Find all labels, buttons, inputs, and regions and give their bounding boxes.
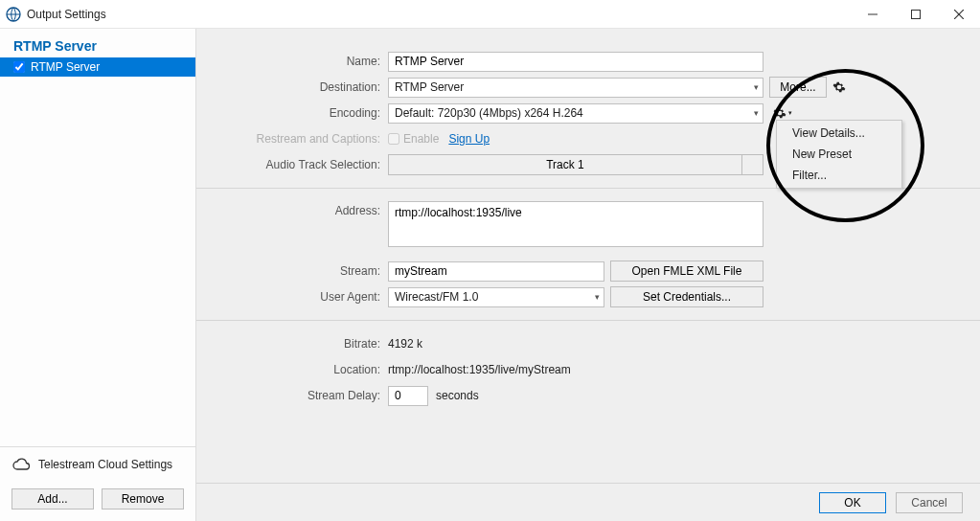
- dropdown-arrow-icon: ▾: [788, 109, 792, 117]
- cloud-settings-label: Telestream Cloud Settings: [38, 458, 172, 471]
- cloud-icon: [11, 458, 31, 471]
- row-name: Name:: [216, 51, 961, 72]
- row-address: Address:: [216, 201, 961, 247]
- more-button[interactable]: More...: [769, 77, 827, 98]
- cloud-settings-button[interactable]: Telestream Cloud Settings: [0, 446, 195, 481]
- location-value: rtmp://localhost:1935/live/myStream: [388, 363, 571, 376]
- cancel-button[interactable]: Cancel: [896, 492, 963, 513]
- title-bar: Output Settings: [0, 0, 980, 29]
- add-button[interactable]: Add...: [11, 488, 94, 510]
- destination-select[interactable]: RTMP Server ▾: [388, 78, 763, 98]
- restream-enable-checkbox[interactable]: Enable: [388, 132, 439, 146]
- destination-gear-icon[interactable]: [832, 80, 846, 94]
- location-label: Location:: [216, 363, 388, 376]
- stream-delay-label: Stream Delay:: [216, 389, 388, 402]
- row-bitrate: Bitrate: 4192 k: [216, 333, 961, 354]
- address-input[interactable]: [388, 201, 763, 247]
- name-input[interactable]: [388, 52, 763, 72]
- encoding-context-menu: View Details... New Preset Filter...: [776, 120, 902, 189]
- row-user-agent: User Agent: Wirecast/FM 1.0 ▾ Set Creden…: [216, 286, 961, 307]
- user-agent-value: Wirecast/FM 1.0: [395, 290, 478, 304]
- ok-button[interactable]: OK: [819, 492, 886, 513]
- name-label: Name:: [216, 55, 388, 68]
- set-credentials-button[interactable]: Set Credentials...: [610, 286, 763, 307]
- sidebar-item-checkbox[interactable]: [13, 61, 25, 73]
- encoding-value: Default: 720p30 (4Mbps) x264 H.264: [395, 106, 583, 120]
- row-destination: Destination: RTMP Server ▾ More...: [216, 77, 961, 98]
- chevron-down-icon: ▾: [754, 82, 759, 92]
- address-label: Address:: [216, 201, 388, 217]
- svg-rect-2: [911, 11, 920, 19]
- row-stream-delay: Stream Delay: seconds: [216, 385, 961, 406]
- menu-item-filter[interactable]: Filter...: [779, 165, 900, 186]
- encoding-label: Encoding:: [216, 106, 388, 120]
- signup-link[interactable]: Sign Up: [448, 132, 490, 146]
- minimize-button[interactable]: [851, 0, 894, 29]
- main-panel: Name: Destination: RTMP Server ▾ More...: [196, 29, 980, 521]
- stream-input[interactable]: [388, 261, 604, 282]
- close-button[interactable]: [937, 0, 980, 29]
- audio-track-label: Audio Track Selection:: [216, 158, 388, 171]
- audio-track-button[interactable]: Track 1: [388, 154, 742, 175]
- remove-button[interactable]: Remove: [102, 488, 184, 510]
- encoding-gear-button[interactable]: ▾: [773, 106, 792, 120]
- destination-label: Destination:: [216, 80, 388, 94]
- audio-track-extra-button[interactable]: [742, 154, 763, 175]
- row-stream: Stream: Open FMLE XML File: [216, 260, 961, 282]
- user-agent-label: User Agent:: [216, 290, 388, 304]
- encoding-select[interactable]: Default: 720p30 (4Mbps) x264 H.264 ▾: [388, 103, 763, 124]
- destination-value: RTMP Server: [395, 80, 464, 94]
- open-fmle-button[interactable]: Open FMLE XML File: [610, 260, 763, 282]
- row-location: Location: rtmp://localhost:1935/live/myS…: [216, 359, 961, 380]
- window-title: Output Settings: [27, 8, 851, 21]
- sidebar-heading: RTMP Server: [0, 29, 195, 57]
- maximize-button[interactable]: [894, 0, 937, 29]
- chevron-down-icon: ▾: [754, 108, 759, 118]
- bitrate-value: 4192 k: [388, 337, 422, 351]
- sidebar-item-rtmp-server[interactable]: RTMP Server: [0, 57, 195, 77]
- sidebar: RTMP Server RTMP Server Telestream Cloud…: [0, 29, 196, 521]
- stream-delay-unit: seconds: [436, 389, 479, 402]
- chevron-down-icon: ▾: [595, 292, 600, 302]
- menu-item-view-details[interactable]: View Details...: [779, 123, 900, 144]
- bitrate-label: Bitrate:: [216, 337, 388, 351]
- sidebar-buttons: Add... Remove: [0, 481, 195, 521]
- restream-label: Restream and Captions:: [216, 132, 388, 146]
- bottom-bar: OK Cancel: [196, 483, 980, 521]
- menu-item-new-preset[interactable]: New Preset: [779, 144, 900, 165]
- sidebar-item-label: RTMP Server: [31, 60, 100, 74]
- stream-label: Stream:: [216, 264, 388, 278]
- user-agent-select[interactable]: Wirecast/FM 1.0 ▾: [388, 287, 604, 307]
- app-icon: [6, 7, 21, 22]
- stream-delay-input[interactable]: [388, 386, 428, 406]
- window-controls: [851, 0, 980, 28]
